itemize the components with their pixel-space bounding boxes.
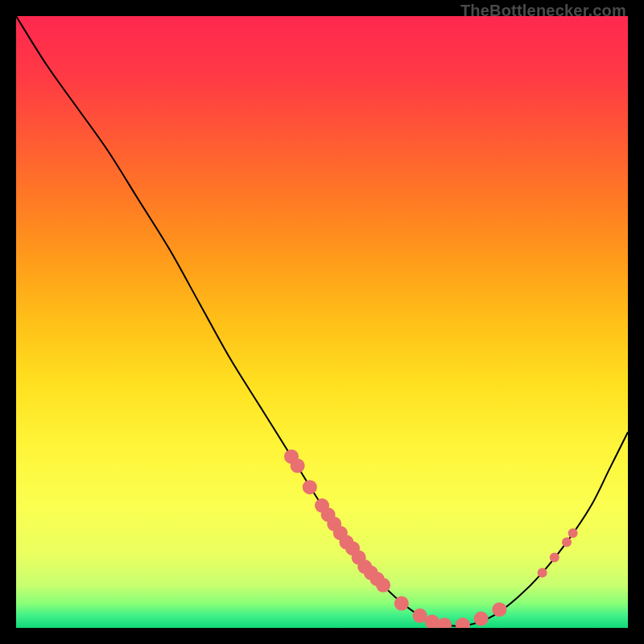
data-point-marker (394, 597, 409, 611)
data-point-marker (291, 459, 305, 473)
data-point-marker (538, 568, 547, 578)
gradient-background (16, 16, 628, 628)
data-point-marker (303, 480, 317, 494)
data-point-marker (474, 612, 489, 626)
data-point-marker (562, 538, 572, 547)
data-point-marker (568, 528, 578, 538)
data-point-marker (376, 578, 390, 592)
data-point-marker (492, 602, 506, 617)
watermark-text: TheBottlenecker.com (460, 2, 626, 20)
bottleneck-chart (16, 16, 628, 628)
data-point-marker (550, 553, 559, 563)
